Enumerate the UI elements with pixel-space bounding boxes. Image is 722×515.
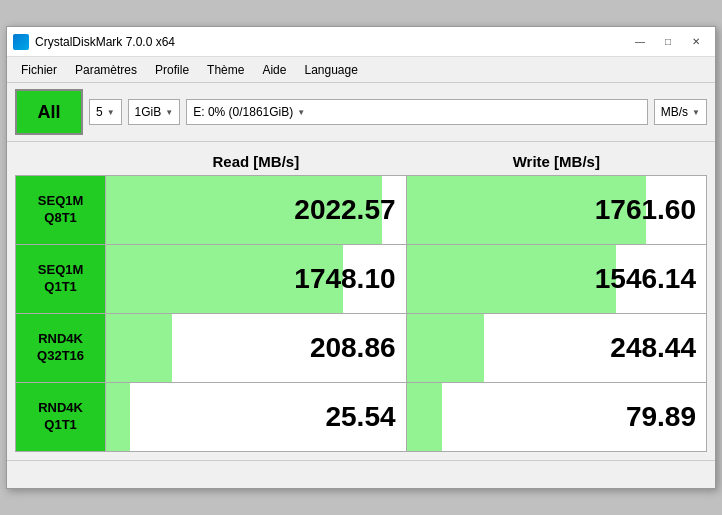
menu-bar: Fichier Paramètres Profile Thème Aide La… bbox=[7, 57, 715, 83]
write-value-1: 1546.14 bbox=[407, 245, 706, 313]
close-button[interactable]: ✕ bbox=[683, 32, 709, 52]
read-cell-2: 208.86 bbox=[106, 314, 406, 383]
read-value-0: 2022.57 bbox=[106, 176, 405, 244]
unit-arrow-icon: ▼ bbox=[692, 108, 700, 117]
loops-arrow-icon: ▼ bbox=[107, 108, 115, 117]
app-icon bbox=[13, 34, 29, 50]
minimize-button[interactable]: — bbox=[627, 32, 653, 52]
write-cell-3: 79.89 bbox=[406, 383, 706, 452]
write-cell-0: 1761.60 bbox=[406, 176, 706, 245]
row-label-0: SEQ1MQ8T1 bbox=[16, 176, 106, 245]
footer-bar bbox=[7, 460, 715, 488]
toolbar: All 5 ▼ 1GiB ▼ E: 0% (0/1861GiB) ▼ MB/s … bbox=[7, 83, 715, 142]
col-header-read: Read [MB/s] bbox=[106, 148, 406, 176]
read-value-3: 25.54 bbox=[106, 383, 405, 451]
read-cell-0: 2022.57 bbox=[106, 176, 406, 245]
read-cell-3: 25.54 bbox=[106, 383, 406, 452]
loops-value: 5 bbox=[96, 105, 103, 119]
size-dropdown[interactable]: 1GiB ▼ bbox=[128, 99, 181, 125]
menu-language[interactable]: Language bbox=[296, 61, 365, 79]
row-label-3: RND4KQ1T1 bbox=[16, 383, 106, 452]
all-button[interactable]: All bbox=[15, 89, 83, 135]
size-value: 1GiB bbox=[135, 105, 162, 119]
read-value-2: 208.86 bbox=[106, 314, 405, 382]
table-row: SEQ1MQ8T1 2022.57 1761.60 bbox=[16, 176, 707, 245]
bench-content: Read [MB/s] Write [MB/s] SEQ1MQ8T1 2022.… bbox=[7, 142, 715, 460]
menu-fichier[interactable]: Fichier bbox=[13, 61, 65, 79]
title-bar-left: CrystalDiskMark 7.0.0 x64 bbox=[13, 34, 175, 50]
drive-dropdown[interactable]: E: 0% (0/1861GiB) ▼ bbox=[186, 99, 648, 125]
write-cell-1: 1546.14 bbox=[406, 245, 706, 314]
main-window: CrystalDiskMark 7.0.0 x64 — □ ✕ Fichier … bbox=[6, 26, 716, 489]
row-label-1: SEQ1MQ1T1 bbox=[16, 245, 106, 314]
maximize-button[interactable]: □ bbox=[655, 32, 681, 52]
write-cell-2: 248.44 bbox=[406, 314, 706, 383]
drive-arrow-icon: ▼ bbox=[297, 108, 305, 117]
read-cell-1: 1748.10 bbox=[106, 245, 406, 314]
row-label-2: RND4KQ32T16 bbox=[16, 314, 106, 383]
table-row: RND4KQ32T16 208.86 248.44 bbox=[16, 314, 707, 383]
unit-value: MB/s bbox=[661, 105, 688, 119]
table-row: SEQ1MQ1T1 1748.10 1546.14 bbox=[16, 245, 707, 314]
col-header-label bbox=[16, 148, 106, 176]
table-header-row: Read [MB/s] Write [MB/s] bbox=[16, 148, 707, 176]
loops-dropdown[interactable]: 5 ▼ bbox=[89, 99, 122, 125]
table-row: RND4KQ1T1 25.54 79.89 bbox=[16, 383, 707, 452]
bench-table: Read [MB/s] Write [MB/s] SEQ1MQ8T1 2022.… bbox=[15, 148, 707, 452]
title-bar-controls: — □ ✕ bbox=[627, 32, 709, 52]
window-title: CrystalDiskMark 7.0.0 x64 bbox=[35, 35, 175, 49]
write-value-0: 1761.60 bbox=[407, 176, 706, 244]
read-value-1: 1748.10 bbox=[106, 245, 405, 313]
menu-parametres[interactable]: Paramètres bbox=[67, 61, 145, 79]
title-bar: CrystalDiskMark 7.0.0 x64 — □ ✕ bbox=[7, 27, 715, 57]
col-header-write: Write [MB/s] bbox=[406, 148, 706, 176]
unit-dropdown[interactable]: MB/s ▼ bbox=[654, 99, 707, 125]
bench-table-body: SEQ1MQ8T1 2022.57 1761.60 SEQ1MQ1T1 1748… bbox=[16, 176, 707, 452]
write-value-3: 79.89 bbox=[407, 383, 706, 451]
menu-theme[interactable]: Thème bbox=[199, 61, 252, 79]
drive-value: E: 0% (0/1861GiB) bbox=[193, 105, 293, 119]
size-arrow-icon: ▼ bbox=[165, 108, 173, 117]
menu-aide[interactable]: Aide bbox=[254, 61, 294, 79]
menu-profile[interactable]: Profile bbox=[147, 61, 197, 79]
write-value-2: 248.44 bbox=[407, 314, 706, 382]
